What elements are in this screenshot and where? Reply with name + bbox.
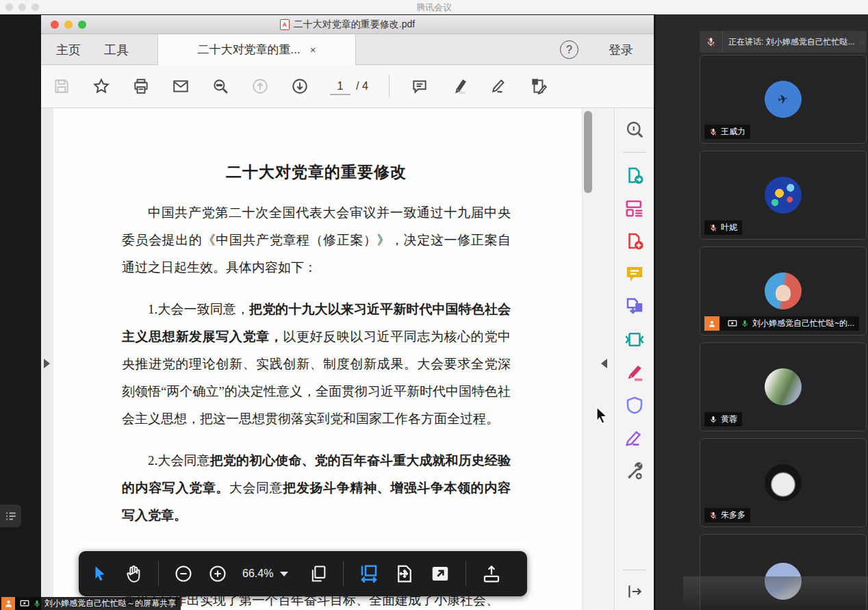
expand-nav-pane-icon[interactable] [44,359,50,368]
copy-pages-icon[interactable] [309,564,328,583]
combine-files-icon[interactable] [624,296,645,317]
create-pdf-icon[interactable] [624,231,645,251]
redact-icon[interactable] [624,362,645,383]
avatar-face [776,285,791,301]
chevron-down-icon [280,572,288,576]
airplane-icon: ✈ [776,91,789,108]
more-tools-icon[interactable] [624,461,645,481]
pdf-content-area: 二十大对党章的重要修改 中国共产党第二十次全国代表大会审议并一致通过十九届中央委… [41,108,654,610]
page-fit-icon[interactable] [394,563,415,584]
hand-tool-icon[interactable] [124,564,143,583]
speaking-banner-text: 正在讲话: 刘小婵感觉自己忙忙哒... [723,36,855,48]
fit-width-icon[interactable] [359,563,379,584]
participant-tile[interactable]: 黄蓉 [700,342,867,431]
print-icon[interactable] [131,77,151,96]
pdf-window: A 二十大对党章的重要修改.pdf 主页 工具 二十大对党章的重... × ? … [41,15,654,610]
rail-divider [623,152,646,153]
mic-muted-icon [709,511,717,520]
menu-tools[interactable]: 工具 [104,34,129,65]
protect-icon[interactable] [624,395,645,416]
participant-nametag: 朱多多 [704,508,750,522]
participant-name: 朱多多 [721,509,745,521]
banner-chevrons-decoration: » [858,34,863,49]
menu-home[interactable]: 主页 [56,34,81,65]
edit-page-icon[interactable] [529,77,548,96]
mouse-cursor [594,407,609,424]
document-paragraph: 中国共产党第二十次全国代表大会审议并一致通过十九届中央委员会提出的《中国共产党章… [122,199,511,281]
document-paragraph: 1.大会一致同意，把党的十九大以来习近平新时代中国特色社会主义思想新发展写入党章… [122,296,511,433]
host-badge-icon [704,316,719,331]
avatar [765,177,802,214]
document-body: 中国共产党第二十次全国代表大会审议并一致通过十九届中央委员会提出的《中国共产党章… [122,199,511,529]
page-number-input[interactable]: 1 [330,77,350,95]
open-pane-icon[interactable] [626,583,643,600]
arrow-up-circle-icon[interactable] [251,77,270,96]
participant-nametag: 黄蓉 [704,412,742,427]
tools-rail [614,108,654,610]
host-badge-icon [1,597,15,610]
participant-name: 叶妮 [721,222,737,233]
sign-icon[interactable] [489,77,509,96]
viewbar-separator [343,561,344,586]
fill-sign-icon[interactable] [624,428,645,448]
search-doc-icon[interactable] [624,119,645,140]
mic-on-icon [33,600,41,608]
annotation-list-button[interactable] [0,505,21,527]
help-button[interactable]: ? [560,40,578,59]
comment-icon[interactable] [410,77,429,96]
participant-name: 黄蓉 [721,414,737,425]
participant-nametag: 叶妮 [704,220,742,235]
zoom-in-icon[interactable] [208,564,227,583]
sharing-screen-icon [20,600,29,608]
participant-tile[interactable]: 刘小婵感觉自己忙忙哒~的... [700,246,867,335]
star-icon[interactable] [92,77,111,96]
export-pdf-icon[interactable] [624,165,645,186]
pdf-titlebar[interactable]: A 二十大对党章的重要修改.pdf [41,15,654,34]
toolbar-separator [389,75,390,98]
mic-muted-icon [709,224,717,232]
pdf-tabbar: 主页 工具 二十大对党章的重... × ? 登录 [41,34,654,65]
participant-tile[interactable]: 朱多多 [700,438,867,527]
fullscreen-icon[interactable] [430,563,450,584]
mic-on-icon [709,416,717,424]
scrollbar-thumb[interactable] [584,111,592,193]
search-zoom-icon[interactable] [211,77,230,96]
mic-on-icon [741,320,749,328]
arrow-down-circle-icon[interactable] [290,77,309,96]
document-page[interactable]: 二十大对党章的重要修改 中国共产党第二十次全国代表大会审议并一致通过十九届中央委… [53,108,597,610]
participant-tile[interactable]: ✈ 王威力 [700,55,867,144]
collapse-tools-pane-icon[interactable] [601,359,607,368]
zoom-level-dropdown[interactable]: 66.4% [242,568,288,580]
screen-share-pill[interactable]: 刘小婵感觉自己忙忙哒～的屏幕共享 [1,597,181,610]
organize-pages-icon[interactable] [624,198,645,218]
avatar [765,368,802,405]
macos-menubar: 腾讯会议 [0,0,868,14]
viewbar-separator [465,561,466,586]
select-cursor-icon[interactable] [91,565,109,583]
rail-divider-bottom [623,570,646,570]
zoom-out-icon[interactable] [174,564,193,583]
email-icon[interactable] [171,77,190,96]
avatar [765,272,802,309]
pdf-file-icon: A [280,19,290,30]
page-total-label: / 4 [356,80,368,92]
tab-close-icon[interactable]: × [310,44,316,55]
comment-tool-icon[interactable] [624,264,645,284]
share-label-text: 刘小婵感觉自己忙忙哒～的屏幕共享 [44,598,176,609]
page-indicator: 1 / 4 [330,77,368,95]
panel-bottom-fade [683,576,868,610]
viewbar-separator [158,561,159,586]
present-upload-icon[interactable] [481,563,502,584]
avatar: ✈ [765,81,802,118]
document-tab[interactable]: 二十大对党章的重... × [157,34,356,65]
mic-muted-icon [700,31,723,53]
screen-share-stage: A 二十大对党章的重要修改.pdf 主页 工具 二十大对党章的重... × ? … [0,14,656,610]
highlighter-icon[interactable] [450,77,469,96]
mic-muted-icon [709,128,717,136]
save-icon[interactable] [52,77,71,96]
login-button[interactable]: 登录 [609,34,633,65]
participant-tile[interactable]: 叶妮 [700,151,867,240]
viewer-toolbar: 66.4% [79,551,527,596]
document-paragraph: 2.大会同意把党的初心使命、党的百年奋斗重大成就和历史经验的内容写入党章。大会同… [122,447,511,529]
compress-pdf-icon[interactable] [624,329,645,350]
